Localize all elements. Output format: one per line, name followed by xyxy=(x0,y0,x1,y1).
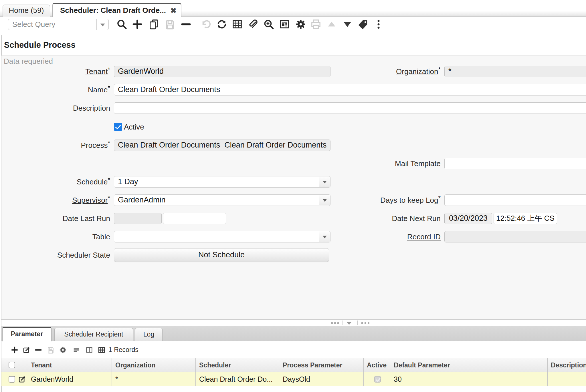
column-header-organization[interactable]: Organization xyxy=(115,358,156,372)
window-tab-bar: Home (59) Scheduler: Clean Draft Orde...… xyxy=(0,0,586,17)
cell-process-parameter: DaysOld xyxy=(283,372,310,386)
grid-toggle-icon[interactable] xyxy=(231,19,243,30)
records-count: 1 Records xyxy=(108,346,138,354)
column-header-active[interactable]: Active xyxy=(367,358,387,372)
record-id-field[interactable] xyxy=(444,231,586,242)
status-message: Data requeried xyxy=(4,57,53,66)
row-checkbox[interactable] xyxy=(9,376,15,383)
cell-organization: * xyxy=(115,372,118,386)
supervisor-combobox[interactable]: GardenAdmin xyxy=(114,194,330,206)
detail-save-icon[interactable] xyxy=(47,346,55,354)
save-icon[interactable] xyxy=(164,19,176,30)
detail-grid-icon[interactable] xyxy=(98,346,106,354)
tab-scheduler-label: Scheduler: Clean Draft Orde... xyxy=(60,6,166,15)
column-header-default-parameter[interactable]: Default Parameter xyxy=(394,358,450,372)
column-header-process-parameter[interactable]: Process Parameter xyxy=(283,358,342,372)
date-next-run-date-field[interactable]: 03/20/2023 xyxy=(444,213,492,224)
label-tag-icon[interactable] xyxy=(357,19,369,30)
name-label: Name* xyxy=(0,84,110,95)
col-sep-3 xyxy=(195,358,196,386)
delete-record-icon[interactable] xyxy=(180,19,192,30)
active-label: Active xyxy=(124,123,144,131)
select-query-combobox[interactable]: Select Query xyxy=(8,19,109,30)
cell-scheduler: Clean Draft Order Do... xyxy=(199,372,273,386)
detail-panel-icon[interactable] xyxy=(85,346,93,354)
detail-delete-icon[interactable] xyxy=(34,346,42,354)
main-toolbar: Select Query xyxy=(0,17,586,35)
tab-home[interactable]: Home (59) xyxy=(3,5,50,17)
tenant-label[interactable]: Tenant* xyxy=(0,66,110,77)
splitter-grip-left xyxy=(331,322,339,324)
select-query-dropdown-button[interactable] xyxy=(96,19,108,30)
table-combobox[interactable] xyxy=(114,231,330,242)
print-icon[interactable] xyxy=(310,19,322,30)
detail-sequence-icon[interactable] xyxy=(72,346,80,354)
col-sep-1 xyxy=(28,358,28,386)
select-all-checkbox[interactable] xyxy=(9,362,15,368)
date-last-run-date-field[interactable] xyxy=(114,213,162,224)
col-sep-6 xyxy=(390,358,390,386)
detail-record-icon[interactable] xyxy=(342,19,353,30)
date-next-run-time-field[interactable]: 12:52:46 上午 CS xyxy=(494,213,557,224)
col-sep-7 xyxy=(547,358,548,386)
mail-template-label[interactable]: Mail Template xyxy=(285,158,441,169)
name-field[interactable]: Clean Draft Order Documents xyxy=(114,84,586,95)
days-to-keep-log-field[interactable] xyxy=(444,194,586,206)
splitter-collapse-icon[interactable] xyxy=(347,322,352,325)
supervisor-dropdown-button[interactable] xyxy=(319,195,330,205)
page-title: Schedule Process xyxy=(4,40,76,50)
description-field[interactable] xyxy=(114,102,586,114)
col-sep-2 xyxy=(112,358,112,386)
col-sep-4 xyxy=(279,358,279,386)
copy-record-icon[interactable] xyxy=(148,19,160,30)
column-header-description[interactable]: Description xyxy=(551,358,586,372)
cell-default-parameter: 30 xyxy=(394,372,402,386)
detail-new-icon[interactable] xyxy=(11,346,19,354)
col-sep-5 xyxy=(363,358,364,386)
tab-scheduler[interactable]: Scheduler: Clean Draft Orde... ✖ xyxy=(52,3,181,17)
column-header-tenant[interactable]: Tenant xyxy=(31,358,52,372)
search-icon[interactable] xyxy=(116,19,128,30)
row-edit-icon[interactable] xyxy=(18,375,26,383)
schedule-dropdown-button[interactable] xyxy=(319,176,330,187)
cell-active-checkbox xyxy=(374,376,381,383)
schedule-label: Schedule* xyxy=(0,176,110,188)
date-last-run-label: Date Last Run xyxy=(0,213,110,224)
tab-parameter[interactable]: Parameter xyxy=(2,327,52,341)
process-field[interactable]: Clean Draft Order Documents_Clean Draft … xyxy=(114,140,330,151)
close-tab-icon[interactable]: ✖ xyxy=(170,4,177,17)
scheduler-state-button[interactable]: Not Schedule xyxy=(114,248,329,262)
scheduler-state-label: Scheduler State xyxy=(0,249,110,261)
undo-icon[interactable] xyxy=(200,19,211,30)
column-header-scheduler[interactable]: Scheduler xyxy=(199,358,231,372)
process-label: Process* xyxy=(0,140,110,151)
tenant-field[interactable]: GardenWorld xyxy=(114,66,330,77)
active-checkbox[interactable] xyxy=(114,123,122,131)
cell-tenant: GardenWorld xyxy=(31,372,73,386)
detail-tab-bar: Parameter Scheduler Recipient Log xyxy=(1,326,586,341)
table-dropdown-button[interactable] xyxy=(319,231,330,242)
detail-edit-icon[interactable] xyxy=(23,346,31,354)
detail-table-header: Tenant Organization Scheduler Process Pa… xyxy=(1,358,586,372)
attachment-icon[interactable] xyxy=(247,19,259,30)
new-record-icon[interactable] xyxy=(132,19,143,30)
date-last-run-time-field[interactable] xyxy=(163,213,226,224)
schedule-combobox[interactable]: 1 Day xyxy=(114,176,330,188)
tab-scheduler-recipient[interactable]: Scheduler Recipient xyxy=(54,328,133,341)
detail-process-gear-icon[interactable] xyxy=(59,346,67,354)
parent-record-icon[interactable] xyxy=(326,19,337,30)
tab-log[interactable]: Log xyxy=(135,328,163,341)
date-next-run-label: Date Next Run xyxy=(285,213,441,224)
splitter-grip-right xyxy=(361,322,369,324)
process-gear-icon[interactable] xyxy=(295,19,306,30)
splitter-bar[interactable] xyxy=(1,319,586,326)
more-options-icon[interactable] xyxy=(373,19,384,30)
mail-template-field[interactable] xyxy=(444,158,586,169)
table-row[interactable]: GardenWorld * Clean Draft Order Do... Da… xyxy=(1,372,586,386)
zoom-across-icon[interactable] xyxy=(263,19,274,30)
organization-field[interactable]: * xyxy=(444,66,586,77)
table-label: Table xyxy=(0,231,110,242)
refresh-icon[interactable] xyxy=(216,19,227,30)
supervisor-label[interactable]: Supervisor* xyxy=(0,194,110,206)
report-icon[interactable] xyxy=(279,19,290,30)
